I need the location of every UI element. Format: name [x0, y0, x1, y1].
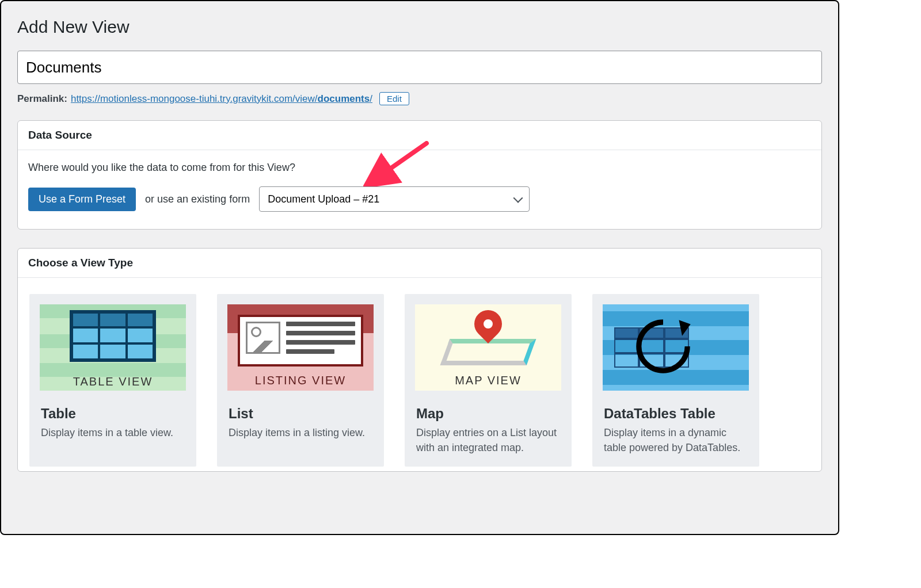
listing-view-icon: LISTING VIEW — [227, 304, 374, 391]
map-view-icon: MAP VIEW — [415, 304, 561, 391]
view-card-datatables[interactable]: DataTables Table Display items in a dyna… — [592, 294, 759, 467]
page-content: Add New View Permalink: https://motionle… — [6, 6, 834, 502]
app-frame: Add New View Permalink: https://motionle… — [0, 0, 839, 535]
data-source-question: Where would you like the data to come fr… — [28, 162, 811, 174]
data-source-body: Where would you like the data to come fr… — [18, 150, 821, 229]
view-card-map[interactable]: MAP VIEW Map Display entries on a List l… — [405, 294, 572, 467]
view-card-title: DataTables Table — [592, 401, 759, 425]
permalink-row: Permalink: https://motionless-mongoose-t… — [17, 92, 822, 105]
permalink-url-prefix: https://motionless-mongoose-tiuhi.try.gr… — [71, 93, 318, 104]
view-card-desc: Display items in a listing view. — [217, 425, 384, 452]
data-source-panel: Data Source Where would you like the dat… — [17, 120, 822, 230]
table-view-icon: TABLE VIEW — [40, 304, 186, 391]
view-type-body: TABLE VIEW Table Display items in a tabl… — [18, 278, 821, 471]
existing-form-select-wrap: Document Upload – #21 — [259, 186, 530, 212]
view-card-desc: Display entries on a List layout with an… — [405, 425, 572, 467]
permalink-url-slug: documents — [318, 93, 370, 104]
view-card-title: Map — [405, 401, 572, 425]
thumb-label: TABLE VIEW — [40, 375, 186, 388]
page-title: Add New View — [17, 17, 822, 37]
view-title-input[interactable] — [17, 51, 822, 84]
permalink-link[interactable]: https://motionless-mongoose-tiuhi.try.gr… — [71, 93, 372, 105]
data-source-heading: Data Source — [18, 121, 821, 150]
permalink-edit-button[interactable]: Edit — [379, 92, 409, 105]
view-type-panel: Choose a View Type TABLE VIEW — [17, 248, 822, 472]
view-card-list[interactable]: LISTING VIEW List Display items in a lis… — [217, 294, 384, 467]
view-card-title: Table — [29, 401, 196, 425]
view-card-desc: Display items in a table view. — [29, 425, 196, 452]
view-card-table[interactable]: TABLE VIEW Table Display items in a tabl… — [29, 294, 196, 467]
permalink-label: Permalink: — [17, 93, 67, 105]
thumb-label: MAP VIEW — [415, 374, 561, 387]
datatables-view-icon — [603, 304, 749, 391]
data-source-controls: Use a Form Preset or use an existing for… — [28, 186, 811, 212]
view-card-desc: Display items in a dynamic table powered… — [592, 425, 759, 467]
or-existing-form-text: or use an existing form — [145, 193, 250, 205]
permalink-url-suffix: / — [370, 93, 372, 104]
existing-form-select[interactable]: Document Upload – #21 — [259, 186, 530, 212]
thumb-label: LISTING VIEW — [227, 374, 374, 387]
refresh-icon — [631, 315, 695, 378]
view-type-grid: TABLE VIEW Table Display items in a tabl… — [28, 288, 811, 467]
view-type-heading: Choose a View Type — [18, 249, 821, 278]
use-form-preset-button[interactable]: Use a Form Preset — [28, 188, 136, 211]
view-card-title: List — [217, 401, 384, 425]
